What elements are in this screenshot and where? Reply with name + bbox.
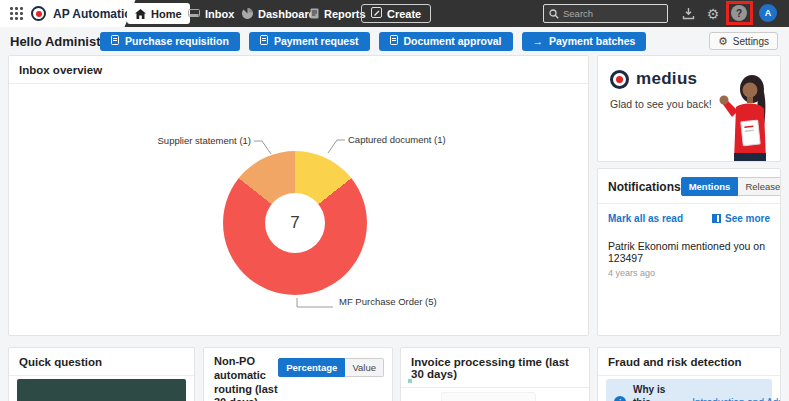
document-approval-button[interactable]: Document approval	[379, 32, 513, 51]
card-title: Non-PO automatic routing (last 30 days)	[214, 355, 278, 401]
welcome-card: medius Glad to see you back!	[597, 55, 781, 162]
notification-time: 4 years ago	[598, 264, 780, 278]
slice-label-supplier-statement[interactable]: Supplier statement (1)	[111, 135, 251, 146]
button-label: Payment batches	[549, 35, 635, 47]
download-icon[interactable]	[679, 0, 697, 27]
inbox-overview-card: Inbox overview 7 Supplier statement (1) …	[8, 55, 589, 336]
welcome-illustration	[712, 73, 774, 161]
purchase-requisition-button[interactable]: Purchase requisition	[100, 32, 240, 51]
mark-all-read-link[interactable]: Mark all as read	[608, 213, 683, 224]
tab-releases[interactable]: Releases	[738, 177, 781, 196]
tab-mentions[interactable]: Mentions	[681, 177, 739, 196]
document-icon	[111, 35, 119, 47]
inbox-icon	[188, 9, 200, 19]
fraud-info-box: i Why is this important? Introduction an…	[606, 379, 772, 401]
settings-label: Settings	[733, 36, 769, 47]
toggle-value[interactable]: Value	[345, 358, 384, 377]
button-label: Purchase requisition	[125, 35, 229, 47]
see-more-link[interactable]: See more	[712, 213, 770, 224]
search-icon	[549, 5, 559, 23]
legend-dot	[408, 379, 412, 383]
quick-question-card: Quick question	[8, 347, 195, 401]
avatar[interactable]: A	[759, 4, 777, 22]
settings-button[interactable]: ⚙ Settings	[709, 32, 778, 50]
hello-bar: Hello Administrator Purchase requisition…	[0, 27, 789, 55]
card-title: Quick question	[9, 348, 194, 376]
help-icon[interactable]: ?	[731, 5, 747, 21]
card-title: Fraud and risk detection	[598, 348, 780, 376]
payment-request-button[interactable]: Payment request	[249, 32, 370, 51]
gear-icon[interactable]: ⚙	[704, 0, 722, 27]
button-label: Document approval	[404, 35, 502, 47]
payment-batches-button[interactable]: → Payment batches	[522, 32, 647, 51]
info-icon: i	[614, 396, 626, 401]
card-title: Invoice processing time (last 30 days)	[401, 348, 589, 388]
quick-question-box[interactable]	[17, 379, 186, 401]
dashboard-icon	[242, 8, 253, 19]
create-button[interactable]: Create	[361, 4, 431, 23]
create-icon	[371, 7, 382, 20]
help-glyph: ?	[736, 8, 742, 19]
see-more-icon	[712, 214, 721, 223]
chart-connector-lines	[9, 84, 589, 334]
card-title: Inbox overview	[9, 56, 588, 84]
card-title: Notifications	[608, 180, 681, 194]
see-more-label: See more	[725, 213, 770, 224]
tab-label: Reports	[324, 8, 366, 20]
invoice-processing-time-card: Invoice processing time (last 30 days)	[400, 347, 590, 401]
info-question: Why is this important?	[633, 383, 685, 401]
document-icon	[390, 35, 398, 47]
gear-icon: ⚙	[718, 35, 728, 48]
inbox-donut-chart: 7 Supplier statement (1) Captured docume…	[9, 84, 588, 334]
button-label: Payment request	[274, 35, 359, 47]
tab-label: Inbox	[205, 8, 234, 20]
search-input[interactable]	[563, 8, 658, 19]
search-box[interactable]	[543, 4, 668, 23]
notifications-card: Notifications Mentions Releases Mark all…	[597, 168, 781, 336]
introduction-advice-link[interactable]: Introduction and Advice	[692, 397, 781, 401]
medius-wordmark: medius	[636, 69, 697, 89]
medius-logo-icon	[31, 6, 46, 21]
reports-icon	[310, 8, 319, 19]
create-label: Create	[387, 8, 421, 20]
routing-toggle: Percentage Value	[278, 355, 384, 401]
notification-text: Patrik Ekonomi mentioned you on 123497	[598, 224, 780, 264]
non-po-routing-card: Non-PO automatic routing (last 30 days) …	[203, 347, 393, 401]
avatar-initial: A	[765, 8, 772, 18]
slice-label-mf-purchase-order[interactable]: MF Purchase Order (5)	[339, 296, 437, 307]
notification-item[interactable]: Patrik Ekonomi mentioned you on 123497 4…	[598, 224, 780, 278]
arrow-right-icon: →	[533, 35, 544, 47]
app-launcher-icon[interactable]	[10, 7, 23, 20]
tab-inbox[interactable]: Inbox	[180, 3, 242, 24]
slice-label-captured-document[interactable]: Captured document (1)	[348, 134, 446, 145]
document-icon	[260, 35, 268, 47]
top-navbar: AP Automation Home Inbox Dashboard Repor…	[0, 0, 789, 27]
chart-placeholder	[441, 392, 536, 401]
home-icon	[135, 9, 146, 19]
fraud-risk-card: Fraud and risk detection i Why is this i…	[597, 347, 781, 401]
notifications-tabs: Mentions Releases	[681, 177, 781, 196]
tab-label: Home	[151, 8, 182, 20]
medius-logo-icon	[610, 70, 629, 89]
toggle-percentage[interactable]: Percentage	[278, 358, 345, 377]
